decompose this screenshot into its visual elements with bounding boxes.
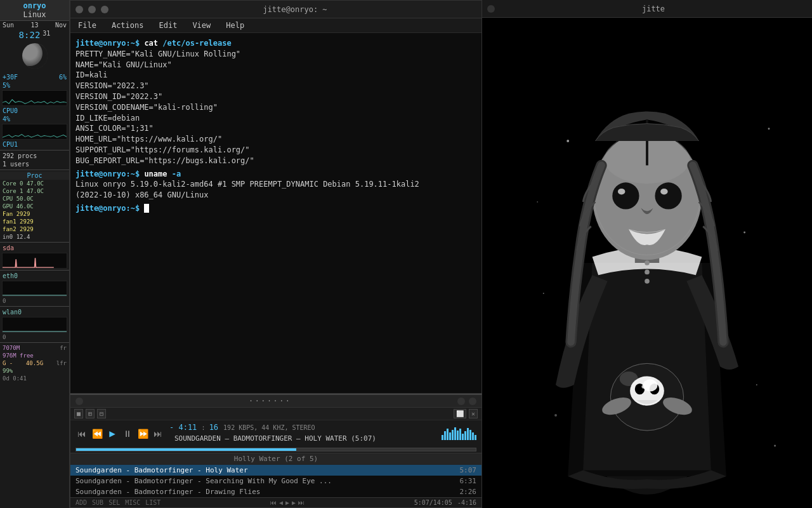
add-btn[interactable]: ADD [75,499,87,506]
total-time: 5:07/14:05 [414,499,452,506]
menu-file[interactable]: File [75,20,99,31]
prompt-2: jitte@onryo:~$ [75,170,140,178]
maximize-button[interactable] [88,6,96,13]
player-mini-btn[interactable]: ⬜ [454,409,466,418]
progress-bar-fill [76,448,296,451]
percent-display: 99% [0,367,69,375]
play-btn[interactable]: ▶ [106,427,119,439]
day: Sun [3,22,14,29]
divider-5 [0,306,69,307]
disk-display: G - 40.5G lfr [0,359,69,367]
fan1-speed: fan1 2929 [3,218,34,225]
playlist-item-3[interactable]: Soundgarden - Badmotorfinger - Drawing F… [70,486,481,497]
player-stop-btn[interactable]: ■ [74,409,83,418]
core0-display: Core 0 47.0C [0,180,69,187]
cpu0-graph [2,90,67,106]
close-button[interactable] [101,6,108,13]
os-name: Linux [0,10,69,19]
seek-play-btn[interactable]: ▶ [285,499,289,506]
misc-btn[interactable]: MISC [125,499,140,506]
terminal-titlebar: jitte@onryo: ~ [70,1,481,18]
player-tool-btn-2[interactable]: ⊟ [97,409,106,418]
cpu1-label-row: 4% [0,115,69,123]
terminal-line-2: jitte@onryo:~$ uname -a [75,169,476,180]
player-toolbar: ■ ⊞ ⊟ ⬜ ✕ [70,408,481,420]
svg-point-23 [645,279,650,284]
divider-6 [0,342,69,343]
wlan0-name: wlan0 [3,309,22,316]
player-btn-2[interactable] [457,398,465,405]
terminal-line-3: jitte@onryo:~$ [75,203,476,214]
menu-help[interactable]: Help [223,20,247,31]
progress-bar-container[interactable] [75,448,476,451]
transport-controls: ⏮ ⏪ ▶ ⏸ ⏩ ⏭ [75,427,164,439]
gpu-temp-display: GPU 46.0C [0,203,69,210]
terminal-content: jitte@onryo:~$ cat /etc/os-release PRETT… [70,33,481,393]
player-info: - 4:11 : 16 192 KBPS, 44 KHZ, STEREO SOU… [169,423,436,444]
cpu0-label: 5% [0,81,69,90]
fan0-display: Fan 2929 [0,210,69,218]
cpu0-section: CPU0 [0,107,69,115]
menu-edit[interactable]: Edit [156,20,180,31]
ffwd-btn[interactable]: ⏩ [136,429,149,439]
svg-point-29 [756,384,757,385]
disk-label: G - [3,360,13,366]
system-monitor-panel: onryo Linux Sun 13 Nov 8:22 31 +30F 6% 5… [0,0,70,508]
player-btn-3[interactable] [469,398,476,405]
disk-free: 40.5G [26,360,43,366]
date-display: Sun 13 Nov [0,21,69,29]
core0-temp: Core 0 47.0C [3,180,44,187]
seek-next-btn[interactable]: ▶ [292,499,296,506]
mem-free-display: 976M free [0,352,69,359]
rewind-btn[interactable]: ⏪ [91,429,103,439]
svg-point-19 [660,189,668,195]
cmd-2: uname [144,170,167,178]
seek-prev-btn[interactable]: ◀ [279,499,283,506]
svg-point-30 [537,201,538,203]
eth0-label: eth0 [0,272,69,280]
track-2-title: Soundgarden - Badmotorfinger - Searching… [75,477,332,485]
svg-point-22 [645,270,650,275]
mem-display: 7070M fr [0,344,69,352]
bpm-display: 16 [209,423,218,432]
player-btn-1[interactable] [75,398,83,405]
audio-info: 192 KBPS, 44 KHZ, STEREO [223,424,315,431]
seek-start-btn[interactable]: ⏮ [270,499,277,506]
img-win-btn[interactable] [487,5,495,13]
fan2-speed: fan2 2929 [3,226,34,232]
terminal-line-1: jitte@onryo:~$ cat /etc/os-release [75,38,476,49]
list-btn[interactable]: LIST [145,499,160,506]
sda-name: sda [3,244,14,251]
svg-point-26 [543,293,544,294]
sub-btn[interactable]: SUB [92,499,103,506]
pause-btn[interactable]: ⏸ [121,429,134,439]
cmd-1: cat [144,39,158,48]
playlist-item-2[interactable]: Soundgarden - Badmotorfinger - Searching… [70,476,481,486]
menu-actions[interactable]: Actions [109,20,147,31]
music-player: ······· ■ ⊞ ⊟ ⬜ ✕ ⏮ ⏪ ▶ ⏸ ⏩ ⏭ [70,394,482,508]
menu-view[interactable]: View [190,20,213,31]
svg-point-28 [554,414,557,417]
minimize-button[interactable] [75,6,83,13]
song-title: SOUNDGARDEN – BADMOTORFINGER – HOLY WATE… [169,433,436,444]
seek-end-btn[interactable]: ⏭ [298,499,304,506]
terminal-menubar: File Actions Edit View Help [70,18,481,33]
cpu1-graph [2,124,67,140]
svg-point-25 [743,232,745,234]
svg-point-24 [566,140,569,142]
divider-4 [0,270,69,271]
moon-phase [0,41,69,73]
cmd-1-arg: /etc/os-release [162,39,231,48]
sel-btn[interactable]: SEL [108,499,120,506]
next-btn[interactable]: ⏭ [152,429,164,439]
playlist-header: Holly Water (2 of 5) [70,453,481,465]
player-tool-btn-1[interactable]: ⊞ [86,409,95,418]
playlist-item-1[interactable]: Soundgarden - Badmotorfinger - Holy Wate… [70,465,481,476]
prev-btn[interactable]: ⏮ [75,429,88,439]
player-main: ⏮ ⏪ ▶ ⏸ ⏩ ⏭ - 4:11 : 16 192 KBPS, 44 KHZ… [70,420,481,446]
cpu-temp-display: CPU 50.0C [0,195,69,203]
cpu-temp: CPU 50.0C [3,196,34,202]
divider-2 [0,170,69,170]
footer-time-info: 5:07/14:05 -4:16 [414,499,476,506]
player-close-btn[interactable]: ✕ [469,409,478,418]
